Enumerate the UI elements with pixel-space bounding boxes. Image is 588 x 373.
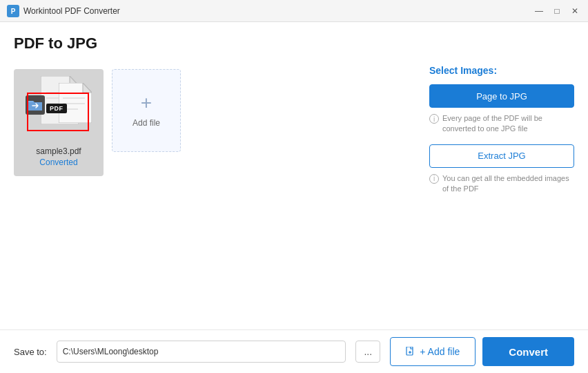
window-controls: — □ ✕ bbox=[533, 5, 581, 17]
page-to-jpg-desc: Every page of the PDF will be converted … bbox=[442, 113, 574, 135]
close-button[interactable]: ✕ bbox=[569, 5, 581, 17]
file-icons: PDF bbox=[26, 76, 92, 142]
extract-jpg-desc-container: i You can get all the embedded images of… bbox=[429, 173, 574, 195]
info-icon-extract: i bbox=[429, 174, 439, 184]
maximize-button[interactable]: □ bbox=[551, 5, 563, 17]
app-title: Workintool PDF Converter bbox=[23, 6, 533, 16]
extract-jpg-button[interactable]: Extract JPG bbox=[429, 144, 574, 168]
app-logo: P bbox=[7, 5, 19, 17]
add-file-icon bbox=[406, 347, 415, 356]
page-title: PDF to JPG bbox=[14, 35, 574, 52]
add-file-button[interactable]: + Add file bbox=[390, 337, 476, 366]
select-label-end: mages: bbox=[463, 65, 497, 76]
bottom-actions: + Add file Convert bbox=[390, 337, 574, 366]
file-area: PDF sample3.pdf Converted + Add file bbox=[14, 62, 415, 323]
main-content: PDF to JPG bbox=[0, 22, 588, 329]
save-path-input[interactable] bbox=[57, 341, 346, 363]
file-card[interactable]: PDF sample3.pdf Converted bbox=[14, 69, 104, 176]
add-plus-icon: + bbox=[141, 93, 152, 113]
output-doc-icon bbox=[59, 83, 92, 123]
add-file-drop-label: Add file bbox=[133, 118, 160, 128]
extract-jpg-desc: You can get all the embedded images of t… bbox=[442, 173, 574, 195]
right-panel: Select Images: Page to JPG i Every page … bbox=[429, 62, 574, 323]
save-to-label: Save to: bbox=[14, 347, 47, 357]
page-to-jpg-desc-container: i Every page of the PDF will be converte… bbox=[429, 113, 574, 135]
title-bar: P Workintool PDF Converter — □ ✕ bbox=[0, 0, 588, 22]
convert-arrow-icon bbox=[26, 95, 45, 115]
content-area: PDF sample3.pdf Converted + Add file Sel… bbox=[14, 62, 574, 323]
pdf-badge: PDF bbox=[46, 104, 67, 113]
add-file-btn-label: + Add file bbox=[420, 346, 460, 357]
convert-button[interactable]: Convert bbox=[482, 337, 574, 366]
svg-text:P: P bbox=[11, 8, 16, 15]
file-name: sample3.pdf bbox=[36, 146, 81, 156]
file-status: Converted bbox=[39, 157, 77, 167]
browse-button[interactable]: ... bbox=[355, 341, 380, 363]
select-images-label: Select Images: bbox=[429, 65, 574, 76]
info-icon-page: i bbox=[429, 114, 439, 124]
minimize-button[interactable]: — bbox=[533, 5, 545, 17]
page-to-jpg-button[interactable]: Page to JPG bbox=[429, 84, 574, 108]
add-file-drop-zone[interactable]: + Add file bbox=[112, 69, 181, 152]
bottom-bar: Save to: ... + Add file Convert bbox=[0, 329, 588, 373]
select-label-text: Select bbox=[429, 65, 460, 76]
